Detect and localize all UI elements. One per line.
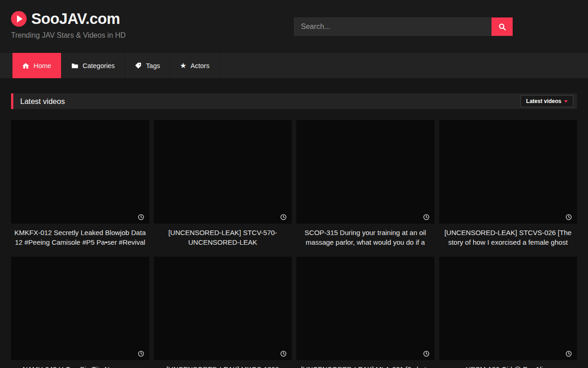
nav-label: Tags: [146, 62, 160, 69]
video-thumbnail[interactable]: [439, 257, 577, 360]
video-thumbnail[interactable]: [154, 257, 292, 360]
folder-icon: [71, 62, 79, 69]
star-icon: ★: [180, 62, 186, 69]
clock-icon: [280, 214, 287, 220]
main-nav: Home Categories Tags ★ Actors: [0, 53, 588, 78]
logo[interactable]: SooJAV.com Trending JAV Stars & Videos i…: [11, 10, 126, 40]
clock-icon: [423, 214, 430, 220]
nav-item-tags[interactable]: Tags: [125, 53, 170, 78]
video-thumbnail[interactable]: [439, 120, 577, 224]
video-grid: KMKFX-012 Secretly Leaked Blowjob Data 1…: [11, 120, 577, 368]
search-form: [294, 17, 513, 36]
nav-label: Home: [34, 62, 51, 69]
main-content: Latest videos Latest videos KMKFX-012 Se…: [11, 93, 577, 368]
site-tagline: Trending JAV Stars & Videos in HD: [11, 31, 126, 40]
clock-icon: [565, 214, 572, 220]
video-title[interactable]: [UNCENSORED-LEAK] MLA-231 [3 shots in: [296, 364, 435, 368]
video-title[interactable]: SCOP-315 During your training at an oil …: [296, 228, 435, 247]
video-card[interactable]: [UNCENSORED-LEAK] MLA-231 [3 shots in: [296, 257, 435, 368]
site-header: SooJAV.com Trending JAV Stars & Videos i…: [0, 0, 588, 53]
home-icon: [22, 62, 29, 69]
video-title[interactable]: KMKFX-012 Secretly Leaked Blowjob Data 1…: [11, 228, 149, 247]
nav-item-categories[interactable]: Categories: [62, 53, 125, 78]
video-card[interactable]: HPSM-186 Girl @ Era Alice: [439, 257, 577, 368]
sort-dropdown[interactable]: Latest videos: [520, 95, 573, 107]
section-accent-bar: [11, 93, 13, 109]
video-card[interactable]: [UNCENSORED-LEAK] STCV-570-UNCENSORED-LE…: [154, 120, 292, 247]
tag-icon: [135, 62, 142, 69]
section-title: Latest videos: [20, 97, 65, 106]
nav-label: Actors: [191, 62, 209, 69]
clock-icon: [423, 351, 430, 357]
clock-icon: [138, 214, 144, 220]
video-title[interactable]: NAMH-042 H Cup Big Tits Newcomer (170cm …: [11, 364, 149, 368]
video-card[interactable]: [UNCENSORED-LEAK] MXGS-1306 Absolutely: [154, 257, 292, 368]
video-card[interactable]: [UNCENSORED-LEAK] STCVS-026 [The story o…: [439, 120, 577, 247]
video-thumbnail[interactable]: [296, 257, 435, 360]
video-card[interactable]: NAMH-042 H Cup Big Tits Newcomer (170cm …: [11, 257, 149, 368]
video-card[interactable]: KMKFX-012 Secretly Leaked Blowjob Data 1…: [11, 120, 149, 247]
clock-icon: [280, 351, 287, 357]
video-thumbnail[interactable]: [11, 120, 149, 224]
video-thumbnail[interactable]: [296, 120, 435, 224]
section-header: Latest videos Latest videos: [11, 93, 577, 109]
nav-item-home[interactable]: Home: [12, 53, 62, 78]
video-card[interactable]: SCOP-315 During your training at an oil …: [296, 120, 435, 247]
clock-icon: [138, 351, 144, 357]
video-title[interactable]: [UNCENSORED-LEAK] STCV-570-UNCENSORED-LE…: [154, 228, 292, 247]
nav-item-actors[interactable]: ★ Actors: [170, 53, 219, 78]
site-title[interactable]: SooJAV.com: [31, 10, 120, 28]
sort-dropdown-label: Latest videos: [526, 98, 561, 104]
video-title[interactable]: [UNCENSORED-LEAK] STCVS-026 [The story o…: [439, 228, 577, 247]
search-button[interactable]: [492, 17, 513, 36]
video-thumbnail[interactable]: [11, 257, 149, 360]
play-icon: [11, 11, 27, 27]
video-title[interactable]: [UNCENSORED-LEAK] MXGS-1306 Absolutely: [154, 364, 292, 368]
video-thumbnail[interactable]: [154, 120, 292, 224]
search-input[interactable]: [294, 17, 492, 36]
video-title[interactable]: HPSM-186 Girl @ Era Alice: [439, 364, 577, 368]
nav-label: Categories: [83, 62, 115, 69]
clock-icon: [565, 351, 572, 357]
caret-down-icon: [564, 100, 568, 103]
magnifier-icon: [498, 23, 506, 31]
